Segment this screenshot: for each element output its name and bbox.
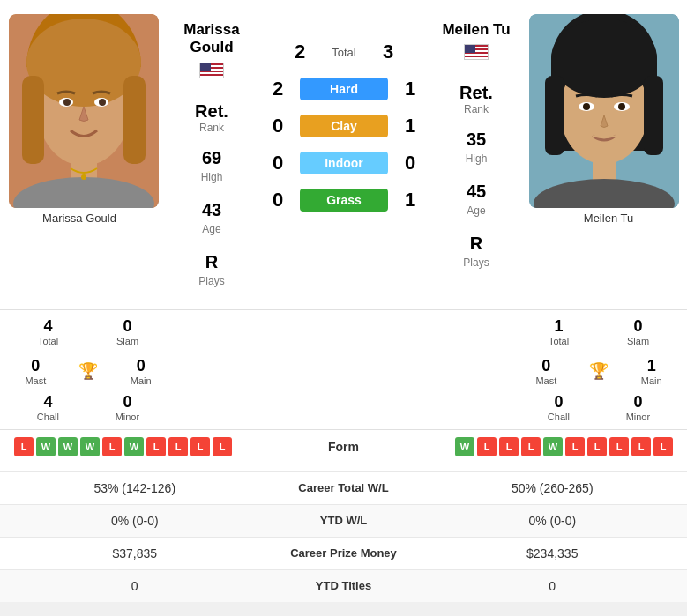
left-main-lbl: Main — [131, 375, 152, 386]
left-form-badge-7: L — [168, 437, 188, 456]
stats-row-1: 0% (0-0) YTD W/L 0% (0-0) — [0, 504, 687, 537]
left-age-value: 43 — [202, 200, 221, 219]
hard-surface-btn: Hard — [300, 78, 388, 100]
left-minor-lbl: Minor — [116, 412, 140, 422]
stats-row-label-2: Career Prize Money — [256, 546, 432, 560]
right-main-val: 1 — [641, 357, 662, 375]
mast-main-row: 0 Mast 🏆 0 Main 0 Mast 🏆 1 Main — [0, 353, 687, 390]
left-player-name: Marissa Gould — [166, 21, 258, 57]
left-total-lbl: Total — [38, 336, 58, 346]
right-plays-value: R — [470, 234, 482, 253]
left-mast-main: 0 Mast 🏆 0 Main — [9, 357, 168, 386]
left-total-val: 4 — [38, 317, 58, 336]
left-slam-stat: 0 Slam — [116, 317, 138, 346]
left-chall-minor: 4 Chall 0 Minor — [9, 393, 168, 422]
svg-rect-20 — [644, 76, 663, 155]
right-mast-stat: 0 Mast — [535, 357, 556, 386]
left-chall-val: 4 — [37, 393, 59, 412]
left-plays-value: R — [205, 252, 218, 271]
svg-rect-5 — [22, 76, 44, 164]
right-clay-score: 1 — [397, 115, 423, 137]
chall-minor-row: 4 Chall 0 Minor 0 Chall 0 Minor — [0, 390, 687, 429]
center-spacer — [273, 317, 414, 346]
right-form-badge-7: L — [609, 437, 629, 456]
left-high-value: 69 — [202, 148, 221, 167]
left-slam-lbl: Slam — [116, 336, 138, 346]
right-total-stat: 1 Total — [549, 317, 569, 346]
right-form-badge-6: L — [587, 437, 607, 456]
stats-row-0: 53% (142-126) Career Total W/L 50% (260-… — [0, 471, 687, 504]
left-player-photo — [9, 14, 159, 208]
left-minor-val: 0 — [116, 393, 140, 412]
right-stat-panel: Meilen Tu Ret. Rank 35 High 45 Age R Pla… — [423, 14, 529, 295]
stats-row-right-0: 50% (260-265) — [432, 481, 674, 495]
svg-point-9 — [63, 99, 71, 106]
left-mast-val: 0 — [25, 357, 46, 375]
svg-point-13 — [81, 174, 86, 180]
indoor-surface-btn: Indoor — [300, 152, 388, 174]
left-form-badge-5: W — [124, 437, 144, 456]
stats-row-right-2: $234,335 — [432, 546, 674, 560]
right-total-val: 1 — [549, 317, 569, 336]
left-age-label: Age — [202, 223, 220, 235]
svg-point-10 — [99, 99, 106, 106]
right-player-name-under-photo: Meilen Tu — [584, 208, 633, 228]
left-rank-value: Ret. — [195, 101, 228, 122]
stats-row-2: $37,835 Career Prize Money $234,335 — [0, 537, 687, 569]
main-container: Marissa Gould Marissa Gould Ret. Rank 69… — [0, 0, 687, 602]
right-form-badge-0: W — [455, 437, 474, 456]
form-label: Form — [273, 440, 414, 454]
hard-score-row: 2 Hard 1 — [265, 78, 423, 100]
stats-row-3: 0 YTD Titles 0 — [0, 569, 687, 602]
right-main-stat: 1 Main — [641, 357, 662, 386]
right-spacer — [414, 317, 519, 346]
right-indoor-score: 0 — [397, 152, 423, 174]
left-photo-placeholder — [9, 14, 159, 208]
stats-table: 53% (142-126) Career Total W/L 50% (260-… — [0, 471, 687, 602]
total-label: Total — [322, 46, 366, 59]
indoor-score-row: 0 Indoor 0 — [265, 152, 423, 174]
right-age-label: Age — [467, 204, 485, 217]
left-indoor-score: 0 — [265, 152, 291, 174]
right-form-badge-1: L — [477, 437, 497, 456]
right-flag — [464, 44, 489, 60]
left-hard-score: 2 — [265, 78, 291, 100]
stats-row-right-1: 0% (0-0) — [432, 514, 674, 528]
stats-row-left-2: $37,835 — [14, 546, 256, 560]
left-grass-score: 0 — [265, 189, 291, 212]
left-slam-val: 0 — [116, 317, 138, 336]
left-form-badge-3: W — [80, 437, 100, 456]
center-score-col: 2 Total 3 2 Hard 1 0 Clay 1 0 Indoor 0 — [265, 14, 423, 295]
left-plays-label: Plays — [198, 275, 224, 287]
stats-row-right-3: 0 — [432, 579, 674, 593]
left-chall-lbl: Chall — [37, 412, 59, 422]
left-form-badge-4: L — [102, 437, 122, 456]
right-mast-lbl: Mast — [535, 375, 556, 386]
stats-row-left-1: 0% (0-0) — [14, 514, 256, 528]
right-minor-val: 0 — [626, 393, 651, 412]
right-plays-label: Plays — [463, 256, 489, 269]
left-form-badge-0: L — [14, 437, 34, 456]
stats-row-label-0: Career Total W/L — [256, 481, 432, 494]
right-player-silhouette — [529, 14, 679, 208]
left-bottom-stats: 4 Total 0 Slam — [9, 317, 168, 346]
stats-row-left-0: 53% (142-126) — [14, 481, 256, 495]
right-high-label: High — [466, 152, 488, 165]
left-stat-panel: Marissa Gould Ret. Rank 69 High 43 Age R… — [159, 14, 265, 295]
left-form: LWWWLWLLLL — [14, 437, 273, 456]
left-minor-stat: 0 Minor — [116, 393, 140, 422]
svg-point-18 — [551, 19, 657, 98]
right-total-lbl: Total — [549, 336, 569, 346]
right-form-badge-3: L — [521, 437, 541, 456]
right-chall-minor: 0 Chall 0 Minor — [519, 393, 678, 422]
right-trophy-icon: 🏆 — [589, 361, 609, 381]
right-rank-block: Ret. Rank — [430, 83, 522, 115]
svg-rect-6 — [123, 76, 146, 164]
right-form-badge-2: L — [499, 437, 519, 456]
grass-surface-btn: Grass — [300, 189, 388, 212]
stats-row-left-3: 0 — [14, 579, 256, 593]
svg-point-23 — [583, 103, 590, 110]
right-slam-lbl: Slam — [627, 336, 649, 346]
right-trophy: 🏆 — [589, 361, 609, 381]
stats-row-label-3: YTD Titles — [256, 579, 432, 592]
